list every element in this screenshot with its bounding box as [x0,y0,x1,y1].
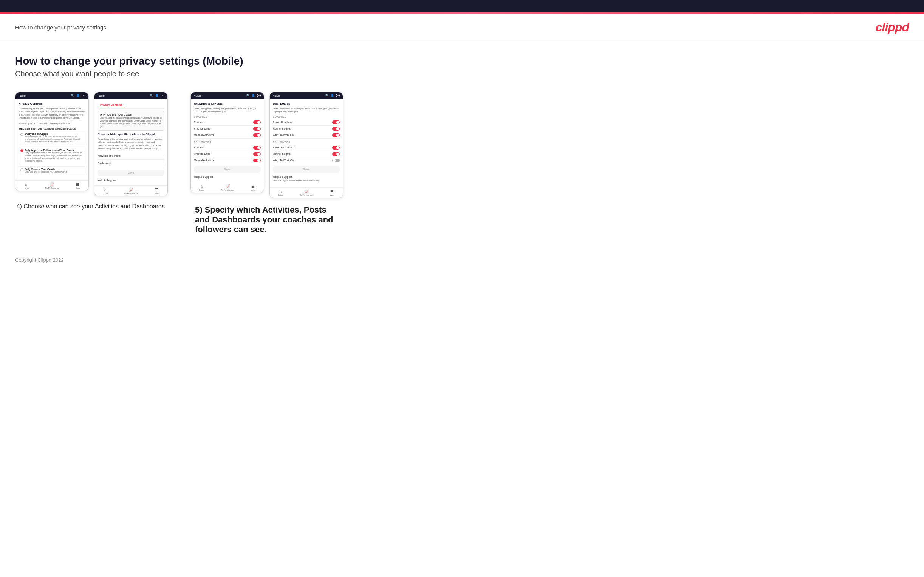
screenshots-section: ‹ Back 🔍 👤 ☰ Privacy Controls Control ho… [15,92,909,234]
logo: clippd [876,20,909,34]
back-chevron-4: ‹ [273,94,274,97]
chevron-activities-2: › [163,154,165,158]
section-title-1: Privacy Controls [18,102,86,105]
radio-desc-1-1: Only approved followers and coaches you … [25,152,84,162]
phone-body-3: Activities and Posts Select the types of… [191,99,264,182]
callout-2: Only You and Your Coach Only you and the… [97,111,165,131]
body-text-4: Select the dashboards that you'd like to… [273,107,340,113]
phone-topbar-3: ‹ Back 🔍 👤 ☰ [191,92,264,99]
back-button-1[interactable]: ‹ Back [18,94,26,97]
radio-text-1-2: Only You and Your Coach Only you and the… [25,168,67,173]
followers-header-4: FOLLOWERS [273,141,340,143]
toggle-label-manual-f-3: Manual Activities [194,159,213,162]
phone-topbar-1: ‹ Back 🔍 👤 ☰ [16,92,89,99]
home-icon-1: ⌂ [25,182,27,187]
copyright: Copyright Clippd 2022 [15,257,64,263]
menu-label-4: Menu [330,194,335,197]
search-icon-3[interactable]: 🔍 [246,94,250,97]
nav-menu-4[interactable]: ☰ Menu [330,190,335,197]
phone-nav-4: ⌂ Home 📈 My Performance ☰ Menu [270,187,343,198]
toggle-switch-manual-c-3[interactable] [253,133,261,137]
sub-text-1: However you can control who can see your… [18,122,86,125]
home-icon-2: ⌂ [104,188,106,192]
toggle-label-playerdash-f-4: Player Dashboard [273,146,294,149]
back-label-4: Back [275,94,280,97]
toggle-switch-rounds-f-3[interactable] [253,146,261,150]
toggle-switch-drills-c-3[interactable] [253,127,261,131]
toggle-switch-manual-f-3[interactable] [253,159,261,162]
nav-performance-2[interactable]: 📈 My Performance [124,188,138,195]
radio-desc-1-2: Only you and the coaches you connect wit… [25,171,67,173]
back-button-2[interactable]: ‹ Back [97,94,105,97]
toggle-label-rounds-c-3: Rounds [194,121,203,124]
performance-label-1: My Performance [45,187,59,189]
topbar-icons-3: 🔍 👤 ☰ [246,93,261,97]
home-label-4: Home [278,194,283,197]
radio-dot-1-2 [20,168,23,171]
topbar-icons-4: 🔍 👤 ☰ [325,93,340,97]
home-icon-4: ⌂ [279,190,281,194]
back-button-3[interactable]: ‹ Back [194,94,202,97]
search-icon-1[interactable]: 🔍 [71,94,74,97]
save-button-3[interactable]: Save [194,166,261,172]
settings-icon-4[interactable]: ☰ [336,93,340,97]
radio-dot-1-1 [20,149,23,152]
profile-icon-4[interactable]: 👤 [331,94,334,97]
toggle-switch-roundinsights-c-4[interactable] [332,127,340,131]
radio-item-1-0[interactable]: Everyone on Clippd Everyone on Clippd ca… [18,131,86,145]
nav-home-1[interactable]: ⌂ Home [24,182,29,189]
toggle-label-manual-c-3: Manual Activities [194,134,213,136]
toggle-whattoworkon-coaches-4: What To Work On [273,132,340,139]
nav-home-4[interactable]: ⌂ Home [278,190,283,197]
back-label-3: Back [195,94,202,97]
toggle-switch-playerdash-f-4[interactable] [332,146,340,150]
nav-menu-1[interactable]: ☰ Menu [76,182,81,189]
nav-performance-1[interactable]: 📈 My Performance [45,182,59,189]
back-label-2: Back [99,94,105,97]
coaches-header-4: COACHES [273,116,340,118]
radio-item-1-1[interactable]: Only Approved Followers and Your Coach O… [18,147,86,164]
toggle-drills-followers-3: Practice Drills [194,151,261,158]
phone-body-4: Dashboards Select the dashboards that yo… [270,99,343,187]
menu-activities-2[interactable]: Activities and Posts › [97,152,165,160]
settings-icon-2[interactable]: ☰ [161,93,165,97]
search-icon-2[interactable]: 🔍 [150,94,153,97]
save-button-4[interactable]: Save [273,166,340,172]
back-chevron-2: ‹ [97,94,98,97]
phone-mockup-4: ‹ Back 🔍 👤 ☰ Dashboards Select the dashb… [270,92,343,198]
toggle-switch-whattoworkon-c-4[interactable] [332,133,340,137]
radio-text-1-0: Everyone on Clippd Everyone on Clippd ca… [25,132,84,143]
nav-menu-2[interactable]: ☰ Menu [155,188,160,195]
caption-left: 4) Choose who can see your Activities an… [17,203,166,210]
help-label-2: Help & Support [97,177,165,182]
menu-dashboards-2[interactable]: Dashboards › [97,160,165,167]
profile-icon-3[interactable]: 👤 [252,94,255,97]
nav-menu-3[interactable]: ☰ Menu [251,184,256,191]
toggle-switch-whattoworkon-f-4[interactable] [332,159,340,162]
phone-topbar-2: ‹ Back 🔍 👤 ☰ [94,92,167,99]
performance-icon-1: 📈 [50,182,55,187]
back-button-4[interactable]: ‹ Back [273,94,280,97]
search-icon-4[interactable]: 🔍 [325,94,329,97]
nav-home-2[interactable]: ⌂ Home [103,188,108,195]
toggle-switch-rounds-c-3[interactable] [253,121,261,124]
performance-icon-3: 📈 [225,184,230,189]
settings-icon-3[interactable]: ☰ [257,93,261,97]
toggle-switch-drills-f-3[interactable] [253,152,261,156]
tab-privacy-2[interactable]: Privacy Controls [97,102,125,108]
settings-icon-1[interactable]: ☰ [82,93,86,97]
nav-performance-3[interactable]: 📈 My Performance [221,184,235,191]
profile-icon-2[interactable]: 👤 [155,94,159,97]
toggle-label-drills-f-3: Practice Drills [194,153,210,155]
toggle-label-whattoworkon-f-4: What To Work On [273,159,294,162]
nav-home-3[interactable]: ⌂ Home [199,184,204,191]
toggle-label-whattoworkon-c-4: What To Work On [273,134,294,136]
radio-title-1-2: Only You and Your Coach [25,168,67,171]
save-button-2[interactable]: Save [97,169,165,176]
toggle-switch-roundinsights-f-4[interactable] [332,152,340,156]
nav-performance-4[interactable]: 📈 My Performance [300,190,314,197]
profile-icon-1[interactable]: 👤 [76,94,80,97]
toggle-switch-playerdash-c-4[interactable] [332,121,340,124]
help-label-3: Help & Support [194,174,261,179]
radio-item-1-2[interactable]: Only You and Your Coach Only you and the… [18,166,86,175]
